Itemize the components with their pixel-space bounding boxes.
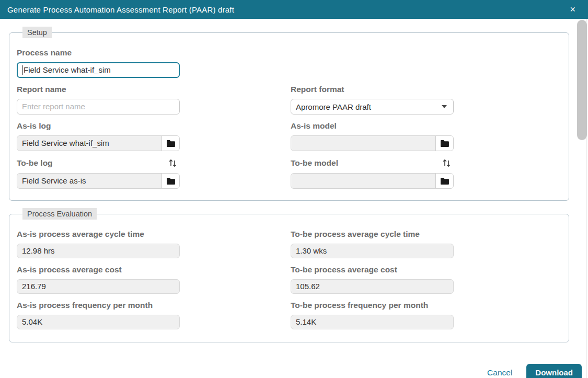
dialog-body: Setup Process name Field Service what-if… [0, 19, 588, 378]
to-be-log-field: To-be log Field Service as-is [17, 158, 180, 189]
report-name-input[interactable]: Enter report name [17, 99, 180, 114]
process-name-field: Process name Field Service what-if_sim [17, 48, 561, 78]
report-name-field: Report name Enter report name [17, 85, 180, 114]
as-is-model-field: As-is model [291, 121, 454, 151]
as-is-cost-field: As-is process average cost 216.79 [17, 265, 180, 294]
report-format-label: Report format [291, 85, 454, 94]
as-is-frequency-field: As-is process frequency per month 5.04K [17, 301, 180, 329]
to-be-cost-value: 105.62 [291, 279, 454, 294]
swap-vertical-icon[interactable] [442, 158, 451, 168]
to-be-frequency-label: To-be process frequency per month [291, 301, 454, 310]
download-button[interactable]: Download [526, 364, 582, 378]
folder-icon [166, 140, 175, 147]
as-is-log-input-group: Field Service what-if_sim [17, 135, 180, 151]
as-is-model-browse-button[interactable] [436, 136, 453, 151]
scrollbar-thumb[interactable] [577, 20, 587, 140]
report-format-value: Apromore PAAR draft [296, 102, 371, 111]
as-is-model-label: As-is model [291, 121, 454, 131]
as-is-frequency-value: 5.04K [17, 315, 180, 329]
process-name-input[interactable]: Field Service what-if_sim [17, 62, 180, 78]
to-be-cycle-time-value: 1.30 wks [291, 244, 454, 258]
report-name-label: Report name [17, 85, 180, 94]
to-be-model-browse-button[interactable] [436, 174, 453, 188]
swap-vertical-icon[interactable] [168, 158, 177, 168]
to-be-model-field: To-be model [291, 158, 454, 189]
as-is-cost-value: 216.79 [17, 279, 180, 294]
to-be-cost-label: To-be process average cost [291, 265, 454, 274]
as-is-frequency-label: As-is process frequency per month [17, 301, 180, 310]
setup-section: Setup Process name Field Service what-if… [9, 27, 569, 201]
as-is-cost-label: As-is process average cost [17, 265, 180, 274]
to-be-frequency-field: To-be process frequency per month 5.14K [291, 301, 454, 329]
folder-icon [440, 140, 449, 147]
as-is-log-value: Field Service what-if_sim [17, 136, 162, 151]
to-be-model-value [291, 174, 436, 188]
dialog-title: Generate Process Automation Assessment R… [7, 5, 566, 14]
folder-icon [440, 177, 449, 185]
as-is-cycle-time-label: As-is process average cycle time [17, 230, 180, 239]
as-is-cycle-time-field: As-is process average cycle time 12.98 h… [17, 230, 180, 258]
to-be-cycle-time-field: To-be process average cycle time 1.30 wk… [291, 230, 454, 258]
folder-icon [166, 177, 175, 185]
report-format-field: Report format Apromore PAAR draft [291, 85, 454, 114]
as-is-cycle-time-value: 12.98 hrs [17, 244, 180, 258]
as-is-model-input-group [291, 135, 454, 151]
to-be-log-value: Field Service as-is [17, 174, 162, 188]
dialog-titlebar: Generate Process Automation Assessment R… [0, 0, 588, 19]
as-is-log-browse-button[interactable] [162, 136, 179, 151]
as-is-model-value [291, 136, 436, 151]
cancel-button[interactable]: Cancel [487, 368, 512, 377]
report-format-select[interactable]: Apromore PAAR draft [291, 99, 454, 114]
close-icon[interactable]: × [566, 4, 580, 15]
to-be-log-browse-button[interactable] [162, 174, 179, 188]
setup-legend: Setup [22, 27, 52, 38]
to-be-log-label: To-be log [17, 158, 53, 168]
process-evaluation-section: Process Evaluation As-is process average… [9, 208, 569, 342]
to-be-log-input-group: Field Service as-is [17, 173, 180, 189]
to-be-model-input-group [291, 173, 454, 189]
chevron-down-icon [442, 105, 447, 108]
as-is-log-label: As-is log [17, 121, 180, 131]
process-name-value: Field Service what-if_sim [24, 63, 111, 77]
to-be-frequency-value: 5.14K [291, 315, 454, 329]
as-is-log-field: As-is log Field Service what-if_sim [17, 121, 180, 151]
process-name-label: Process name [17, 48, 561, 58]
text-cursor [22, 65, 23, 75]
report-name-placeholder: Enter report name [22, 99, 85, 114]
to-be-cycle-time-label: To-be process average cycle time [291, 230, 454, 239]
to-be-model-label: To-be model [291, 158, 338, 168]
dialog-footer: Cancel Download [487, 364, 582, 378]
to-be-cost-field: To-be process average cost 105.62 [291, 265, 454, 294]
process-evaluation-legend: Process Evaluation [22, 208, 97, 220]
